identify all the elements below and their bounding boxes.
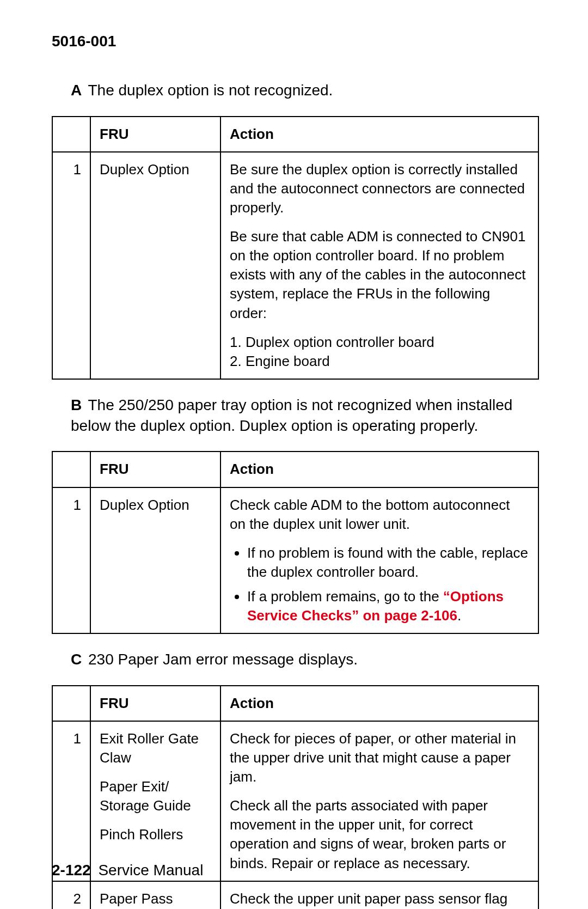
table-a-row1-fru: Duplex Option	[90, 152, 220, 379]
table-c-header-action: Action	[220, 686, 538, 721]
action-text: Be sure that cable ADM is connected to C…	[230, 227, 529, 322]
action-text: Check cable ADM to the bottom autoconnec…	[230, 496, 529, 534]
table-a-row1-num: 1	[52, 152, 90, 379]
table-c-row2-fru: Paper Pass Senor Flag and Spring	[90, 881, 220, 909]
table-a-header-action: Action	[220, 117, 538, 152]
section-b-letter: B	[71, 396, 82, 413]
action-text: 1. Duplex option controller board 2. Eng…	[230, 333, 529, 371]
table-c-row1-num: 1	[52, 721, 90, 881]
table-b-header-blank	[52, 452, 90, 487]
fru-item: Paper Exit/ Storage Guide	[100, 777, 211, 815]
page-number: 2-122	[52, 862, 91, 879]
action-text: Check the upper unit paper pass sensor f…	[230, 889, 529, 909]
table-c-row1-fru: Exit Roller Gate Claw Paper Exit/ Storag…	[90, 721, 220, 881]
table-b-row1-action: Check cable ADM to the bottom autoconnec…	[220, 487, 538, 634]
table-b-header-action: Action	[220, 452, 538, 487]
list-item: If a problem remains, go to the “Options…	[247, 587, 529, 625]
table-a-header-fru: FRU	[90, 117, 220, 152]
section-a-intro: A The duplex option is not recognized.	[71, 80, 539, 101]
bullet-text: If a problem remains, go to the	[247, 588, 443, 605]
table-c-row2-num: 2	[52, 881, 90, 909]
section-c-text: 230 Paper Jam error message displays.	[88, 651, 358, 668]
table-b-row1-num: 1	[52, 487, 90, 634]
bullet-suffix: .	[457, 607, 461, 624]
table-a-header-blank	[52, 117, 90, 152]
action-text: Check all the parts associated with pape…	[230, 796, 529, 873]
section-a-text: The duplex option is not recognized.	[88, 82, 333, 99]
footer-label: Service Manual	[98, 862, 203, 879]
table-a-row1-action: Be sure the duplex option is correctly i…	[220, 152, 538, 379]
section-c-letter: C	[71, 651, 82, 668]
table-row: 1 Exit Roller Gate Claw Paper Exit/ Stor…	[52, 721, 538, 881]
section-b-text: The 250/250 paper tray option is not rec…	[71, 396, 512, 434]
table-b-row1-fru: Duplex Option	[90, 487, 220, 634]
table-row: 1 Duplex Option Be sure the duplex optio…	[52, 152, 538, 379]
bullet-list: If no problem is found with the cable, r…	[230, 544, 529, 625]
table-c-header-blank	[52, 686, 90, 721]
table-c-row1-action: Check for pieces of paper, or other mate…	[220, 721, 538, 881]
table-row: 2 Paper Pass Senor Flag and Spring Check…	[52, 881, 538, 909]
page-footer: 2-122 Service Manual	[52, 862, 203, 879]
list-item: If no problem is found with the cable, r…	[247, 544, 529, 582]
fru-item: Pinch Rollers	[100, 825, 211, 844]
section-b-intro: B The 250/250 paper tray option is not r…	[71, 395, 539, 436]
fru-item: Exit Roller Gate Claw	[100, 729, 211, 767]
section-c-intro: C 230 Paper Jam error message displays.	[71, 649, 539, 670]
table-row: 1 Duplex Option Check cable ADM to the b…	[52, 487, 538, 634]
action-text: Check for pieces of paper, or other mate…	[230, 729, 529, 786]
model-number: 5016-001	[52, 33, 539, 50]
table-b: FRU Action 1 Duplex Option Check cable A…	[52, 451, 539, 634]
table-a: FRU Action 1 Duplex Option Be sure the d…	[52, 116, 539, 380]
table-b-header-fru: FRU	[90, 452, 220, 487]
table-c-header-fru: FRU	[90, 686, 220, 721]
action-text: Be sure the duplex option is correctly i…	[230, 160, 529, 217]
section-a-letter: A	[71, 82, 82, 99]
table-c-row2-action: Check the upper unit paper pass sensor f…	[220, 881, 538, 909]
